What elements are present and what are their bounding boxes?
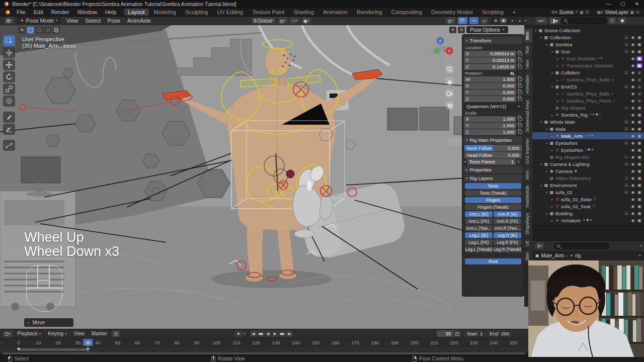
- tool-curve-icon[interactable]: [3, 140, 15, 151]
- expander-icon[interactable]: ▸: [555, 99, 560, 103]
- camera-toggle-icon[interactable]: ▣: [636, 113, 642, 117]
- pose-options-dropdown[interactable]: Pose Options▾: [466, 26, 508, 33]
- collapse-arrow-icon[interactable]: ‹: [1, 340, 3, 345]
- rig-layer-button-fingers[interactable]: Fingers: [465, 197, 521, 203]
- tool-rotate-icon[interactable]: [3, 71, 15, 82]
- camera-toggle-icon[interactable]: ▣: [636, 63, 642, 68]
- autokey-clock-icon[interactable]: ◷: [112, 330, 120, 337]
- n-panel-tab-animation[interactable]: Animation: [524, 72, 532, 97]
- jump-to-end-button[interactable]: ▶|: [286, 330, 293, 337]
- n-panel-tab-ue[interactable]: UE: [524, 238, 532, 249]
- camera-view-icon[interactable]: [445, 88, 454, 98]
- transform-value-field[interactable]: Z1.000: [464, 129, 516, 135]
- timeline-menu-keying[interactable]: Keying▾: [44, 331, 70, 336]
- eye-icon[interactable]: ◉: [630, 113, 636, 117]
- snap-toggle[interactable]: ∩▾: [290, 17, 299, 24]
- transform-value-field[interactable]: Z0.000: [464, 96, 516, 102]
- rig-layer-button-leg-l-fk-[interactable]: Leg.L (FK): [465, 239, 493, 245]
- checkbox-icon[interactable]: ☑: [623, 49, 629, 54]
- expander-icon[interactable]: ▸: [555, 64, 560, 67]
- zoom-icon[interactable]: [445, 64, 454, 74]
- outliner-row[interactable]: ▸✦Armature✦✱✦◉▣: [532, 217, 644, 224]
- prev-keyframe-button[interactable]: ◀◆: [257, 330, 264, 337]
- eye-icon[interactable]: ◉: [630, 218, 636, 223]
- play-reverse-button[interactable]: ◀: [265, 330, 271, 337]
- eye-icon[interactable]: ◉: [630, 183, 636, 188]
- rig-layers-panel-header[interactable]: ▾Rig Layers: [464, 174, 522, 182]
- menu-render[interactable]: Render: [47, 9, 73, 15]
- outliner-row[interactable]: ▸▽sofa_02_Seat▽◉▣: [532, 203, 644, 210]
- rig-layer-button-arm-r-ik-[interactable]: Arm.R (IK): [494, 211, 521, 217]
- camera-toggle-icon[interactable]: ▣: [636, 106, 642, 110]
- outliner-row[interactable]: ▾▦Male☑◉▣: [532, 125, 644, 132]
- operator-panel[interactable]: ▸ Move: [24, 318, 73, 327]
- checkbox-icon[interactable]: ☐: [623, 155, 629, 159]
- workspace-tab-modeling[interactable]: Modeling: [150, 9, 181, 16]
- eye-icon[interactable]: ◉: [630, 134, 636, 138]
- viewport-menu-animaide[interactable]: AnimAide: [124, 18, 154, 24]
- timeline-ruler[interactable]: ‹ 35 01020304050607080901001101201301401…: [0, 338, 532, 347]
- checkbox-icon[interactable]: ☑: [623, 35, 629, 40]
- timeline-keyframe-channel[interactable]: ◆◆: [0, 347, 532, 352]
- properties-options-icon[interactable]: ▾: [640, 244, 642, 248]
- pan-hand-icon[interactable]: [445, 76, 454, 86]
- eye-icon[interactable]: ◉: [630, 127, 636, 131]
- menu-help[interactable]: Help: [101, 9, 121, 15]
- expander-icon[interactable]: ▾: [550, 50, 554, 53]
- checkbox-icon[interactable]: ☑: [623, 42, 629, 47]
- timeline-editor-type-button[interactable]: ◷▾: [3, 330, 13, 337]
- timeline-menu-marker[interactable]: Marker: [88, 331, 111, 336]
- lock-icon[interactable]: [518, 65, 522, 68]
- expander-icon[interactable]: ▸: [550, 113, 554, 117]
- camera-toggle-icon[interactable]: ▣: [636, 218, 642, 223]
- viewport-3d[interactable]: User Perspective (35) Male_Arm : torso Z…: [0, 25, 532, 329]
- transform-value-field[interactable]: Y1.000: [464, 123, 516, 129]
- checkbox-icon[interactable]: ☑: [623, 190, 629, 195]
- camera-toggle-icon[interactable]: ▣: [636, 204, 642, 209]
- n-panel-tab-item[interactable]: Item: [524, 29, 532, 43]
- n-panel-tab-tool[interactable]: Tool: [524, 44, 532, 57]
- outliner-row[interactable]: ▦Rig Shapes☐◉▣: [532, 104, 644, 111]
- timeline-menu-view[interactable]: View: [70, 331, 88, 336]
- transform-value-field[interactable]: X0.000: [464, 83, 516, 89]
- checkbox-icon[interactable]: ☑: [623, 70, 629, 75]
- eye-icon[interactable]: ◉: [630, 190, 636, 195]
- outliner-row[interactable]: ▸✦Sombra_Rig≈✦✱∴◉▣: [532, 111, 644, 118]
- transform-value-field[interactable]: X0.058314 m: [464, 51, 516, 57]
- solid-shading-icon[interactable]: ●: [500, 18, 507, 23]
- pivot-dropdown[interactable]: ◎▾: [278, 17, 288, 24]
- workspace-tab-compositing[interactable]: Compositing: [387, 9, 426, 16]
- eye-icon[interactable]: ◉: [630, 204, 636, 209]
- checkbox-icon[interactable]: ☐: [623, 106, 629, 110]
- outliner-row[interactable]: ▾▦Whole Male☑◉▣: [532, 118, 644, 125]
- workspace-tab-scripting[interactable]: Scripting: [478, 9, 508, 16]
- expander-icon[interactable]: ▾: [544, 43, 549, 46]
- rotation-mode-dropdown[interactable]: Quaternion (WXYZ)▾: [464, 103, 522, 110]
- rendered-shading-icon[interactable]: ◒: [516, 18, 523, 23]
- n-panel-tab-mhx[interactable]: MHX: [524, 167, 532, 182]
- expander-icon[interactable]: ▾: [539, 162, 543, 166]
- select-box-button[interactable]: [27, 27, 34, 34]
- tool-move-icon[interactable]: [3, 59, 15, 70]
- outliner-row[interactable]: ▾▦Scene Collection: [532, 27, 644, 34]
- eye-icon[interactable]: ◉: [630, 99, 636, 103]
- xray-toggle[interactable]: ▱: [480, 17, 489, 24]
- n-panel-tab-daz-importer[interactable]: DAZ Importer: [524, 136, 532, 166]
- lock-icon[interactable]: [518, 52, 522, 55]
- expander-icon[interactable]: ▸: [550, 148, 554, 152]
- scene-selector[interactable]: ⚙▾ Scene ⌖ ▣ ✕: [549, 9, 591, 16]
- neck-follow-slider[interactable]: Neck Follow0.500: [464, 145, 522, 151]
- perspective-toggle-icon[interactable]: [445, 101, 454, 110]
- outliner-row[interactable]: ▾▦Building☑◉▣: [532, 210, 644, 217]
- camera-toggle-icon[interactable]: ▣: [636, 84, 642, 89]
- n-panel-tab-shapekeys[interactable]: Shapekeys: [524, 211, 532, 237]
- screencast-widget-icon[interactable]: ✦: [449, 27, 456, 33]
- rig-layer-button-arm-l-fk-[interactable]: Arm.L (FK): [465, 218, 493, 224]
- torso-parent-row[interactable]: ▾ Torso Parent1 ✎: [464, 159, 522, 165]
- outliner-row[interactable]: ▸▽Eyelashes≈✱✳◉▣: [532, 146, 644, 153]
- scene-new-icon[interactable]: ▣: [580, 10, 584, 15]
- outliner-row[interactable]: ▸✦Translocator Skeleton◉▣: [532, 62, 644, 69]
- playhead[interactable]: [88, 345, 89, 352]
- eye-icon[interactable]: ◉: [630, 176, 636, 180]
- camera-toggle-icon[interactable]: ▣: [636, 127, 642, 131]
